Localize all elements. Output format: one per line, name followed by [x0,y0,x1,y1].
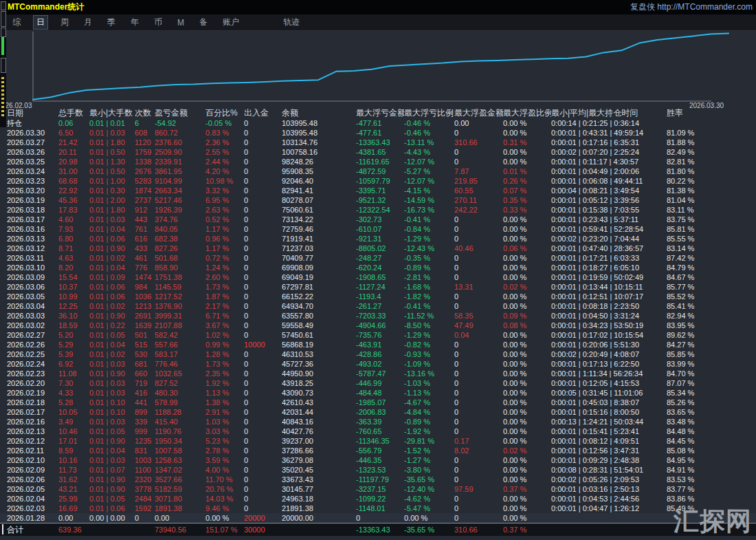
cell: 2026.02.19 [7,388,58,398]
table-row[interactable]: 2026.02.265.290.01 | 0.04515557.660.99 %… [0,340,756,349]
cell: 0.04 [454,330,503,340]
column-header[interactable]: 最小|平均|最大持仓时间 [551,107,667,118]
table-row[interactable]: 2026.02.1010.160.01 | 0.0310031258.633.5… [0,455,756,465]
table-row[interactable]: 2026.03.306.500.01 | 0.03608860.720.83 %… [0,128,756,138]
table-row[interactable]: 2026.03.0412.250.01 | 0.0212131376.902.1… [0,301,756,311]
cell: 0:00:14 | 0:21:25 | 0:36:14 [551,118,667,128]
cell: 2.35 % [205,369,244,378]
table-row[interactable]: 2026.03.0510.990.01 | 0.0610361217.521.8… [0,292,756,301]
column-header[interactable]: 盈亏金额 [155,107,205,118]
column-header[interactable]: 最大浮盈金额 [454,107,503,118]
table-row[interactable]: 2026.03.2620.110.01 | 0.5017592509.902.5… [0,147,756,157]
menu-item-备[interactable]: 备 [197,16,210,29]
menu-item-季[interactable]: 季 [104,16,118,29]
cell: 1376.90 [155,301,205,311]
table-row[interactable]: 2026.02.1217.010.01 | 0.9012351950.345.2… [0,436,756,446]
table-row[interactable]: 2026.03.167.930.01 | 0.04761840.051.17 %… [0,224,756,234]
cell: 0.00 % [503,224,551,234]
column-header[interactable]: 最大浮亏金额 [356,107,404,118]
cell: 0 [244,138,282,147]
cell: 270.11 [454,195,503,205]
cell: 18.59 [58,321,89,330]
cell: 0 [454,417,503,426]
table-row[interactable]: 2026.03.2022.920.01 | 0.3018742663.343.3… [0,186,756,195]
cell: -12.43 % [404,244,454,253]
table-row[interactable]: 2026.03.108.200.01 | 0.04776858.901.24 %… [0,263,756,272]
table-row[interactable]: 2026.03.2368.680.01 | 1.0052839104.9910.… [0,176,756,186]
column-header[interactable]: 最大浮亏比例 [404,107,454,118]
cell: 6.71 % [205,311,244,321]
table-row[interactable]: 2026.03.0336.100.01 | 0.9026913999.316.7… [0,311,756,321]
column-header[interactable]: 次数 [135,107,155,118]
menu-item-日[interactable]: 日 [33,15,48,30]
menu-item-年[interactable]: 年 [128,16,142,29]
table-row[interactable]: 2026.02.255.390.01 | 0.02530583.171.28 %… [0,349,756,359]
cell: 1874 [135,186,155,195]
position-row[interactable]: 持仓0.060.01 | 0.016-54.92-0.05 %0103995.4… [0,118,756,128]
table-row[interactable]: 2026.02.0425.990.01 | 0.0524843071.8014.… [0,494,756,504]
cell: 827.52 [155,378,205,388]
table-row[interactable]: 2026.03.0218.590.01 | 0.2216392107.883.6… [0,321,756,330]
cell: 4.33 [58,388,89,398]
cell: -921.31 [356,234,404,244]
table-row[interactable]: 2026.03.1817.830.01 | 1.809121926.392.63… [0,205,756,215]
table-row[interactable]: 2026.02.0543.210.01 | 0.9037785182.5920.… [0,484,756,494]
cell: 1.92 % [205,378,244,388]
table-row[interactable]: 2026.02.163.490.01 | 0.03339415.401.03 %… [0,417,756,426]
column-header[interactable]: 最小|大手数 [89,107,135,118]
cell: 84.95 % [667,455,704,465]
cell: -13.11 % [404,138,454,147]
table-row[interactable]: 2026.03.136.800.01 | 0.06616682.380.96 %… [0,234,756,244]
cell: 2.91 % [205,407,244,417]
table-row[interactable]: 2026.01.280.000.00 | 0.0000.000.00 %2000… [0,513,756,523]
cell: 0 [244,417,282,426]
table-row[interactable]: 2026.03.2721.420.01 | 1.8011202376.602.3… [0,138,756,147]
menu-item-track[interactable]: 轨迹 [280,16,302,29]
cell: 530 [135,349,155,359]
table-row[interactable]: 2026.03.1945.360.01 | 2.0027375217.466.9… [0,195,756,205]
menu-item-周[interactable]: 周 [58,16,71,29]
column-header[interactable]: 百分比% [205,107,244,118]
cell: 0:00:05 | 0:31:45 | 11:01:06 [551,388,667,398]
site-link[interactable]: 复盘侠 http://MTCommander.com [630,1,756,13]
cell: 0:00:01 | 0:04:50 | 3:31:24 [551,311,667,321]
cell: 0.01 | 0.01 [89,118,135,128]
table-row[interactable]: 2026.02.1710.050.01 | 0.108991188.282.91… [0,407,756,417]
menu-item-币[interactable]: 币 [151,16,165,29]
table-row[interactable]: 2026.02.0911.730.01 | 0.0711001347.024.0… [0,465,756,475]
table-row[interactable]: 2026.03.128.710.01 | 0.90433827.261.17 %… [0,244,756,253]
table-row[interactable]: 2026.03.0915.540.01 | 0.0914741751.382.6… [0,272,756,282]
table-row[interactable]: 2026.02.185.280.01 | 0.10441578.991.38 %… [0,398,756,407]
cell: 40427.76 [282,426,356,436]
table-row[interactable]: 2026.02.194.330.01 | 0.03416480.301.13 %… [0,388,756,398]
cell: 4.60 [58,215,89,224]
table-row[interactable]: 2026.02.207.300.01 | 0.03719827.521.92 %… [0,378,756,388]
cell: 84.67 % [667,272,704,282]
table-row[interactable]: 2026.02.2311.080.01 | 0.906601032.652.35… [0,369,756,378]
table-row[interactable]: 2026.03.2431.000.01 | 0.5026763861.954.2… [0,166,756,176]
table-row[interactable]: 2026.02.275.200.01 | 0.05501582.421.02 %… [0,330,756,340]
cell: 33673.43 [282,475,356,484]
cell: -1099.22 [356,494,404,504]
table-row[interactable]: 2026.02.246.920.01 | 0.03681776.461.73 %… [0,359,756,369]
menu-item-月[interactable]: 月 [81,16,95,29]
column-header[interactable]: 出入金 [244,107,282,118]
table-row[interactable]: 2026.02.118.590.01 | 0.048311007.582.78 … [0,446,756,455]
table-row[interactable]: 2026.02.0316.690.01 | 0.0615921891.389.4… [0,504,756,513]
column-header[interactable]: 总手数 [58,107,89,118]
table-row[interactable]: 2026.02.1310.460.01 | 0.059991190.763.03… [0,426,756,436]
cell: 2026.03.04 [7,301,58,311]
column-header[interactable]: 最大浮盈比例 [503,107,551,118]
column-header[interactable]: 余额 [282,107,356,118]
menu-item-M[interactable]: M [175,17,187,28]
cell: 20.76 % [205,484,244,494]
table-row[interactable]: 2026.03.2520.980.01 | 1.3013382339.912.4… [0,157,756,166]
table-row[interactable]: 2026.03.114.630.01 | 0.02461501.680.72 %… [0,253,756,263]
menu-item-账户[interactable]: 账户 [220,16,242,29]
cell: 1474 [135,272,155,282]
table-row[interactable]: 2026.02.0631.620.01 | 0.9023203527.6611.… [0,475,756,484]
menu-item-综[interactable]: 综 [10,16,23,29]
cell: -484.48 [356,388,404,398]
table-row[interactable]: 2026.03.174.600.01 | 0.03443374.760.52 %… [0,215,756,224]
table-row[interactable]: 2026.03.0610.370.01 | 0.069841145.591.73… [0,282,756,292]
